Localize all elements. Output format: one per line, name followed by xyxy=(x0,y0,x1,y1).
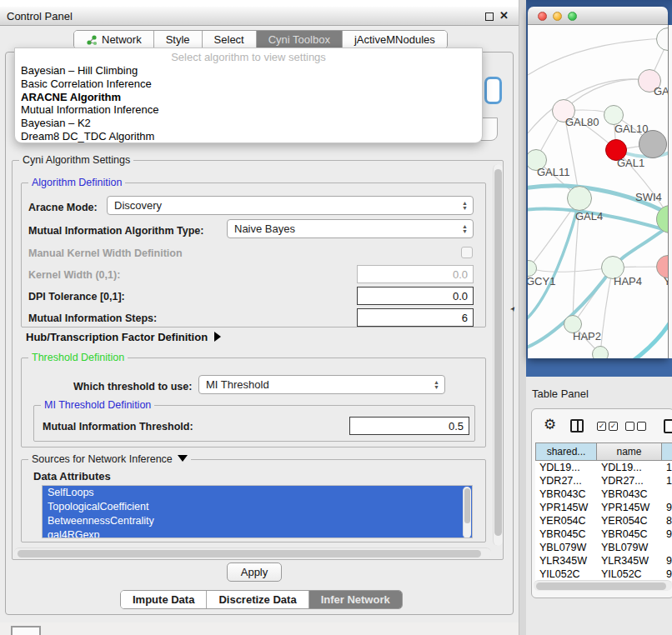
scrollbar-thumb[interactable] xyxy=(18,550,481,558)
dropdown-item[interactable]: Bayesian – Hill Climbing xyxy=(15,64,482,78)
tab-network[interactable]: Network xyxy=(74,31,154,48)
checked-checkbox-icon[interactable]: ✓ xyxy=(597,422,606,431)
table-row[interactable]: YPR145W YPR145W 9. xyxy=(535,501,672,514)
mi-threshold-field[interactable]: 0.5 xyxy=(349,417,469,435)
scrollbar-thumb[interactable] xyxy=(536,582,666,590)
screen: Control Panel ✕ Network Style Select xyxy=(0,0,672,635)
attribute-list-scrollbar[interactable] xyxy=(463,487,471,538)
field-value: 6 xyxy=(462,312,468,324)
tab-jactivemnodules[interactable]: jActiveMNodules xyxy=(343,31,447,48)
sources-toggle[interactable]: Sources for Network Inference xyxy=(28,453,191,465)
scrollbar-thumb[interactable] xyxy=(464,488,470,523)
group-title: Cyni Algorithm Settings xyxy=(19,154,133,166)
close-traffic-light[interactable] xyxy=(538,12,547,21)
column-header-partial[interactable] xyxy=(662,442,672,461)
expanded-arrow-icon xyxy=(178,455,188,462)
table-row[interactable]: YER054C YER054C 8. xyxy=(535,514,672,528)
combo-value: Discovery xyxy=(114,199,162,212)
checked-checkbox-icon[interactable]: ✓ xyxy=(609,422,618,431)
focused-combo-fragment[interactable] xyxy=(484,77,502,104)
network-icon xyxy=(86,34,98,46)
tab-style[interactable]: Style xyxy=(154,31,203,48)
mi-type-combo[interactable]: Naive Bayes ▲▼ xyxy=(227,219,474,238)
minimize-traffic-light[interactable] xyxy=(553,12,562,21)
tab-impute-data[interactable]: Impute Data xyxy=(121,591,207,608)
network-view-window[interactable]: GAL GAL80 GAL10 GAL1 GAL11 SWI4 GAL4 GCY… xyxy=(528,7,668,358)
cell-name: YBR043C xyxy=(597,488,662,501)
cyni-bottom-tabs: Impute Data Discretize Data Infer Networ… xyxy=(120,590,403,609)
network-node[interactable] xyxy=(567,186,592,211)
manual-kernel-checkbox[interactable] xyxy=(461,247,473,258)
attribute-item-selected[interactable]: gal4RGexp xyxy=(43,528,472,538)
docked-panel-handle[interactable] xyxy=(11,626,41,635)
dropdown-placeholder: Select algorithm to view settings xyxy=(15,48,482,64)
tab-infer-network[interactable]: Infer Network xyxy=(309,591,402,608)
network-node[interactable] xyxy=(592,346,609,358)
column-header-name[interactable]: name xyxy=(597,442,662,461)
tab-discretize-data[interactable]: Discretize Data xyxy=(207,591,308,608)
mi-threshold-definition-group: MI Threshold Definition Mutual Informati… xyxy=(33,405,475,442)
panel-splitter[interactable] xyxy=(519,0,526,635)
float-panel-icon[interactable] xyxy=(485,12,494,21)
table-row[interactable]: YDR27... YDR27... 12 xyxy=(535,474,672,488)
tab-label: Impute Data xyxy=(133,593,194,606)
cell-name: YPR145W xyxy=(597,501,662,514)
algorithm-definition-group: Algorithm Definition Aracne Mode: Discov… xyxy=(21,182,486,328)
tab-select[interactable]: Select xyxy=(203,31,257,48)
attribute-item-selected[interactable]: BetweennessCentrality xyxy=(43,514,472,528)
settings-vertical-scrollbar[interactable] xyxy=(493,164,503,546)
column-layout-icon[interactable] xyxy=(570,419,584,432)
attribute-item-selected[interactable]: SelfLoops xyxy=(43,486,472,500)
sources-title: Sources for Network Inference xyxy=(32,453,173,465)
control-panel-tabs: Network Style Select Cyni Toolbox jActiv… xyxy=(73,30,448,49)
table-row[interactable]: YIL052C YIL052C 9. xyxy=(535,568,672,581)
cell-value: 13 xyxy=(662,461,672,474)
node-label: GAL11 xyxy=(537,166,570,178)
network-window-titlebar[interactable] xyxy=(528,7,668,25)
manual-kernel-label: Manual Kernel Width Definition xyxy=(28,248,183,259)
cell-shared-name: YPR145W xyxy=(535,501,597,514)
which-threshold-combo[interactable]: MI Threshold ▲▼ xyxy=(198,375,445,394)
dropdown-item[interactable]: Dream8 DC_TDC Algorithm xyxy=(15,130,482,143)
table-row[interactable]: YBR043C YBR043C xyxy=(535,488,672,501)
cell-shared-name: YIL052C xyxy=(535,568,597,581)
table-row[interactable]: YBL079W YBL079W xyxy=(535,541,672,554)
attribute-item-selected[interactable]: TopologicalCoefficient xyxy=(43,500,472,514)
kernel-width-label: Kernel Width (0,1): xyxy=(28,269,120,281)
bottom-strip xyxy=(0,622,519,635)
node-label: HAP4 xyxy=(614,275,642,288)
zoom-traffic-light[interactable] xyxy=(568,12,577,21)
gear-icon[interactable]: ⚙ xyxy=(544,416,556,433)
tab-cyni-toolbox[interactable]: Cyni Toolbox xyxy=(257,31,343,48)
close-panel-icon[interactable]: ✕ xyxy=(499,9,509,22)
combo-value: Naive Bayes xyxy=(234,222,295,235)
cell-shared-name: YDR27... xyxy=(535,474,597,488)
apply-button[interactable]: Apply xyxy=(227,562,282,582)
column-header-shared-name[interactable]: shared... xyxy=(535,442,597,461)
aracne-mode-combo[interactable]: Discovery ▲▼ xyxy=(107,196,474,215)
network-canvas[interactable]: GAL GAL80 GAL10 GAL1 GAL11 SWI4 GAL4 GCY… xyxy=(528,25,668,358)
table-horizontal-scrollbar[interactable] xyxy=(534,580,672,591)
table-row[interactable]: YLR345W YLR345W 9. xyxy=(535,554,672,568)
field-value: 0.5 xyxy=(449,420,464,432)
dropdown-item-selected[interactable]: ARACNE Algorithm xyxy=(15,91,482,104)
unchecked-checkbox-icon[interactable] xyxy=(637,422,646,431)
node-label: GAL1 xyxy=(617,157,644,169)
cell-value: 9. xyxy=(662,554,672,568)
table-row[interactable]: YDL19... YDL19... 13 xyxy=(535,461,672,474)
table-row[interactable]: YBR045C YBR045C 9. xyxy=(535,528,672,541)
unchecked-checkbox-icon[interactable] xyxy=(625,422,634,431)
dpi-tolerance-field[interactable]: 0.0 xyxy=(357,287,474,305)
kernel-width-field[interactable]: 0.0 xyxy=(357,265,474,283)
control-panel-titlebar: Control Panel ✕ xyxy=(0,7,519,26)
document-icon[interactable] xyxy=(664,419,672,433)
cell-name: YER054C xyxy=(597,514,662,528)
dropdown-item[interactable]: Mutual Information Inference xyxy=(15,103,482,117)
mi-steps-field[interactable]: 6 xyxy=(357,308,474,327)
tab-label: jActiveMNodules xyxy=(354,33,435,46)
hub-definition-toggle[interactable]: Hub/Transcription Factor Definition xyxy=(26,331,221,343)
dropdown-item[interactable]: Basic Correlation Inference xyxy=(15,78,482,91)
settings-horizontal-scrollbar[interactable] xyxy=(14,548,491,558)
scrollbar-thumb[interactable] xyxy=(494,169,502,536)
dropdown-item[interactable]: Bayesian – K2 xyxy=(15,117,482,130)
